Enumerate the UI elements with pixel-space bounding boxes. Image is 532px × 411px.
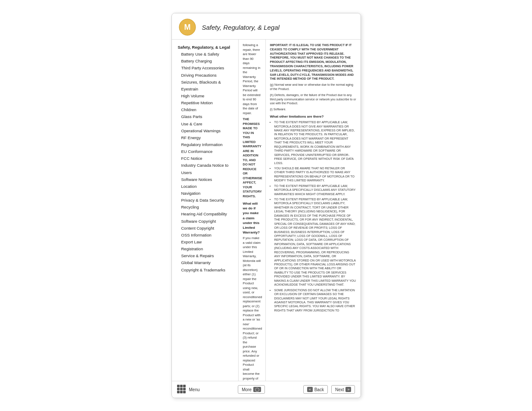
sidebar-item[interactable]: RF Energy bbox=[177, 134, 238, 141]
sidebar-item[interactable]: Battery Use & Safety bbox=[177, 51, 238, 58]
list-item: TO THE EXTENT PERMITTED BY APPLICABLE LA… bbox=[274, 197, 356, 287]
sidebar-item[interactable]: Repetitive Motion bbox=[177, 100, 238, 106]
section3-heading: What other limitations are there? bbox=[270, 114, 356, 119]
promise-text: THE PROMISES MADE TO YOU IN THIS LIMITED… bbox=[243, 117, 261, 199]
list-item: (i) Software. bbox=[270, 107, 356, 112]
sidebar-item[interactable]: Location bbox=[177, 183, 238, 190]
sidebar-item[interactable]: Battery Charging bbox=[177, 58, 238, 65]
back-icon: « bbox=[307, 387, 313, 392]
sidebar-item[interactable]: FCC Notice bbox=[177, 155, 238, 162]
sidebar-item[interactable]: Hearing Aid Compatibility bbox=[177, 211, 238, 218]
sidebar-item[interactable]: Industry Canada Notice to Users bbox=[177, 162, 238, 176]
more-button[interactable]: More ◯ bbox=[238, 385, 265, 394]
more-label: More bbox=[242, 387, 252, 392]
sidebar-item[interactable]: Privacy & Data Security bbox=[177, 197, 238, 204]
sidebar-item[interactable]: Seizures, Blackouts & Eyestrain bbox=[177, 79, 238, 93]
sidebar-item[interactable]: Recycling bbox=[177, 204, 238, 211]
sidebar-item[interactable]: Software Copyright bbox=[177, 218, 238, 225]
center-column: following a repair, there are fewer than… bbox=[239, 40, 266, 381]
menu-label: Menu bbox=[189, 387, 200, 392]
sidebar-item[interactable]: Registration bbox=[177, 246, 238, 252]
sidebar-item[interactable]: Export Law bbox=[177, 239, 238, 246]
list-item: YOU SHOULD BE AWARE THAT NO RETAILER OR … bbox=[274, 166, 356, 183]
items-ghi: (g) Normal wear and tear or otherwise du… bbox=[270, 83, 356, 112]
list-item: (g) Normal wear and tear or otherwise du… bbox=[270, 83, 356, 91]
sidebar-item[interactable]: Glass Parts bbox=[177, 113, 238, 120]
list-item: TO THE EXTENT PERMITTED BY APPLICABLE LA… bbox=[274, 184, 356, 196]
next-label: Next bbox=[335, 387, 344, 392]
sidebar-item[interactable]: Driving Precautions bbox=[177, 72, 238, 79]
header: M Safety, Regulatory, & Legal bbox=[172, 13, 361, 40]
important-text: IMPORTANT: IT IS ILLEGAL TO USE THIS PRO… bbox=[270, 43, 356, 81]
sidebar-item[interactable]: Global Warranty bbox=[177, 259, 238, 266]
list-item: (h) Defects, damages, or the failure of … bbox=[270, 93, 356, 106]
sidebar-item[interactable]: Operational Warnings bbox=[177, 128, 238, 134]
grid-icon bbox=[177, 385, 187, 394]
sidebar-item[interactable]: OSS Information bbox=[177, 232, 238, 239]
list-item: TO THE EXTENT PERMITTED BY APPLICABLE LA… bbox=[274, 120, 356, 165]
more-icon: ◯ bbox=[253, 387, 261, 392]
right-column: IMPORTANT: IT IS ILLEGAL TO USE THIS PRO… bbox=[266, 40, 361, 381]
bottom-navigation: Menu More ◯ « Back Next » bbox=[172, 381, 361, 398]
limitations-list: TO THE EXTENT PERMITTED BY APPLICABLE LA… bbox=[270, 120, 356, 312]
intro-text: following a repair, there are fewer than… bbox=[243, 43, 261, 115]
menu-button[interactable]: Menu bbox=[177, 385, 200, 394]
page-title: Safety, Regulatory, & Legal bbox=[202, 24, 280, 31]
next-button[interactable]: Next » bbox=[331, 385, 355, 394]
sidebar-item[interactable]: Service & Repairs bbox=[177, 252, 238, 259]
svg-text:M: M bbox=[184, 23, 190, 31]
sidebar-item[interactable]: Safety, Regulatory, & Legal bbox=[177, 44, 238, 51]
sidebar-item[interactable]: Content Copyright bbox=[177, 225, 238, 232]
sidebar-item[interactable]: Navigation bbox=[177, 190, 238, 197]
sidebar-item[interactable]: Third Party Accessories bbox=[177, 65, 238, 72]
section1-heading: What will we do if you make a claim unde… bbox=[243, 201, 261, 235]
section1-body: If you make a valid claim under this Lim… bbox=[243, 236, 261, 381]
back-label: Back bbox=[314, 387, 324, 392]
sidebar-item[interactable]: Copyright & Trademarks bbox=[177, 267, 238, 274]
sidebar-item[interactable]: High Volume bbox=[177, 93, 238, 100]
content-area: Safety, Regulatory, & LegalBattery Use &… bbox=[172, 40, 361, 381]
next-icon: » bbox=[345, 387, 351, 392]
sidebar: Safety, Regulatory, & LegalBattery Use &… bbox=[172, 40, 239, 381]
sidebar-item[interactable]: EU Conformance bbox=[177, 148, 238, 155]
sidebar-item[interactable]: Children bbox=[177, 106, 238, 113]
motorola-logo: M bbox=[179, 19, 196, 36]
sidebar-item[interactable]: Use & Care bbox=[177, 121, 238, 128]
back-button[interactable]: « Back bbox=[303, 385, 328, 394]
list-item: SOME JURISDICTIONS DO NOT ALLOW THE LIMI… bbox=[274, 288, 356, 313]
sidebar-item[interactable]: Regulatory Information bbox=[177, 141, 238, 148]
sidebar-item[interactable]: Software Notices bbox=[177, 176, 238, 183]
